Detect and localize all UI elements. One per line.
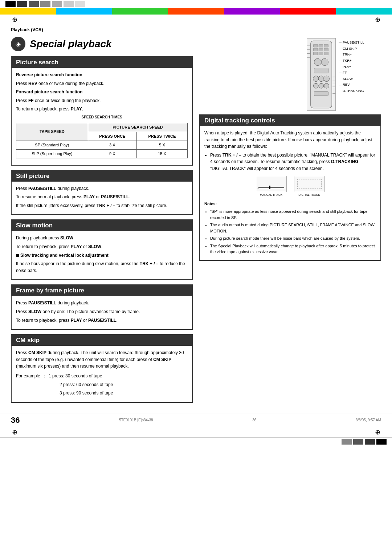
col-press-once: PRESS ONCE [88,132,136,141]
svg-rect-6 [324,48,328,51]
slow-subheading: Slow tracking and vertical lock adjustme… [16,252,188,259]
color-yellow [0,8,56,15]
forward-text-1: Press FF once or twice during the playba… [16,97,188,104]
svg-rect-1 [314,44,318,47]
svg-rect-7 [314,52,318,55]
still-picture-content: Press PAUSE/STILL during playback. To re… [12,182,192,215]
svg-rect-4 [314,48,318,51]
frame-text2: Press SLOW one by one: The picture advan… [16,308,188,315]
cell-slp: SLP (Super Long Play) [16,149,88,158]
footer-right: 3/8/05, 9:57 AM [356,418,381,422]
color-teal [336,8,392,15]
still-text1: Press PAUSE/STILL during playback. [16,185,188,192]
pattern-block-6 [64,1,74,7]
still-text3: If the still picture jitters excessively… [16,202,188,209]
color-red [280,8,336,15]
picture-search-content: Reverse picture search function Press RE… [12,68,192,165]
digital-track-label: DIGITAL TRACK [294,193,325,197]
svg-point-14 [318,76,324,82]
remote-label-trkm: TRK– [339,52,364,58]
bottom-bar: 36 5TE0101B [E]p34-38 36 3/8/05, 9:57 AM [0,413,392,427]
pattern-block-5 [52,1,62,7]
top-pattern-bar [0,0,392,8]
footer-left: 5TE0101B [E]p34-38 [119,418,153,422]
picture-search-section: Picture search Reverse picture search fu… [11,56,193,166]
still-picture-header: Still picture [12,171,192,182]
svg-rect-2 [319,44,323,47]
left-column: Picture search Reverse picture search fu… [11,56,193,407]
frame-text3: To return to playback, press PLAY or PAU… [16,317,188,324]
top-color-bar [0,8,392,15]
remote-label-dtrack: D.TRACKING [339,88,364,94]
note-4: The Special Playback will automatically … [210,243,376,255]
remote-label-play: PLAY [339,64,364,70]
remote-label-cmskip: CM SKIP [339,46,364,52]
picture-search-header: Picture search [12,57,192,68]
remote-label-trkp: TKR+ [339,58,364,64]
slow-motion-content: During playback press SLOW. To return to… [12,231,192,279]
col-search-speed: PICTURE SEARCH SPEED [88,123,187,132]
svg-rect-3 [324,44,328,47]
cmskip-example3: 3 press: 90 seconds of tape [16,390,188,397]
header-row [0,15,392,25]
cm-skip-section: CM skip Press CM SKIP during playback. T… [11,334,193,403]
frame-text1: Press PAUSE/STILL during playback. [16,300,188,307]
cell-slp-twice: 15 X [136,149,187,158]
svg-point-18 [324,83,329,88]
cell-sp-twice: 5 X [136,141,187,149]
svg-rect-12 [314,68,328,73]
crosshair-bottom-right [374,429,381,436]
svg-rect-8 [319,52,323,55]
digital-tracking-content: When a tape is played, the Digital Auto … [200,126,380,260]
reverse-heading: Reverse picture search function [16,72,82,77]
frame-by-frame-content: Press PAUSE/STILL during playback. Press… [12,296,192,329]
cm-skip-content: Press CM SKIP during playback. The unit … [12,346,192,402]
color-blue [56,8,112,15]
col-tape-speed: TAPE SPEED [16,123,88,141]
svg-point-13 [313,76,319,82]
digital-body: When a tape is played, the Digital Auto … [204,130,376,150]
page-title: Special playback [30,38,112,50]
bottom-pattern-bar [0,438,392,446]
digital-bullet1: Press TRK + / – to obtain the best possi… [210,152,376,172]
cell-slp-once: 9 X [88,149,136,158]
crosshair-left [11,16,18,23]
note-3: During picture search mode there will be… [210,235,376,242]
bottom-crosshair-row [0,427,392,438]
digital-tracking-section: Digital tracking controls When a tape is… [199,114,381,261]
cm-skip-header: CM skip [12,335,192,346]
footer-center: 36 [252,418,256,422]
digital-track-diagram: DIGITAL TRACK [294,176,325,197]
table-row: SP (Standard Play) 3 X 5 X [16,141,188,149]
svg-point-17 [319,83,324,88]
bottom-pattern-2 [365,439,375,445]
crosshair-right [374,16,381,23]
title-icon [11,37,25,51]
color-green [112,8,168,15]
crosshair-bottom-left [11,429,18,436]
cell-sp: SP (Standard Play) [16,141,88,149]
frame-by-frame-header: Frame by frame picture [12,285,192,296]
notes-section: Notes: "SP" is more appropriate as less … [204,201,376,255]
slow-motion-section: Slow motion During playback press SLOW. … [11,219,193,280]
frame-by-frame-section: Frame by frame picture Press PAUSE/STILL… [11,284,193,330]
pattern-block-3 [29,1,39,7]
speed-table: TAPE SPEED PICTURE SEARCH SPEED PRESS ON… [16,123,188,158]
note-1: "SP" is more appropriate as less noise a… [210,208,376,220]
still-text2: To resume normal playback, press PLAY or… [16,194,188,200]
digital-tracking-header: Digital tracking controls [200,115,380,126]
table-title: SPEED SEARCH TIMES [16,114,188,120]
bottom-pattern-1 [376,439,387,445]
note-2: The audio output is muted during PICTURE… [210,222,376,234]
slow-text1: During playback press SLOW. [16,235,188,242]
page-number: 36 [11,416,20,425]
color-purple [224,8,280,15]
remote-diagram: PAUSE/STILL CM SKIP TRK– TKR+ PLAY FF SL… [307,38,383,112]
cell-sp-once: 3 X [88,141,136,149]
cmskip-text1: Press CM SKIP during playback. The unit … [16,349,188,370]
breadcrumb: Playback (VCR) [0,25,392,33]
bottom-pattern-3 [353,439,363,445]
svg-rect-9 [324,52,328,55]
color-orange [168,8,224,15]
tracking-diagrams: – + MANUAL TRACK DIGITAL TRACK [204,176,376,197]
